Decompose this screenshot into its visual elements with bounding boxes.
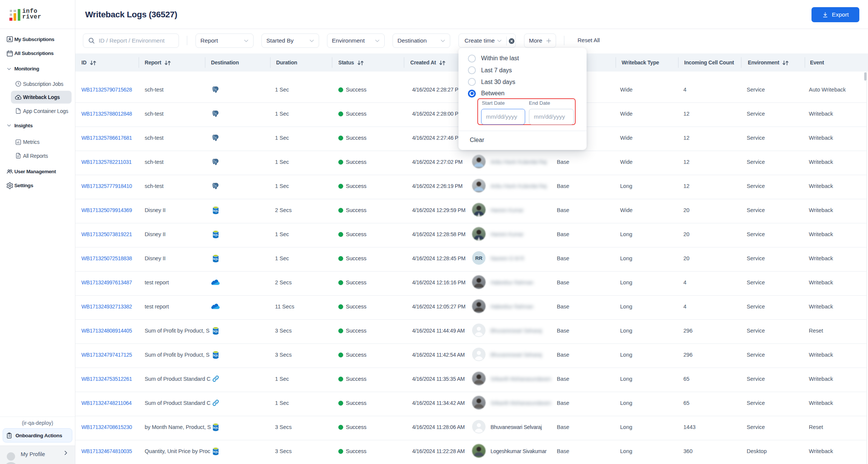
svg-text:SQL: SQL [213, 354, 219, 357]
svg-text:SQL: SQL [213, 233, 219, 236]
svg-text:SQL: SQL [213, 426, 219, 429]
svg-text:SQL: SQL [213, 450, 219, 453]
svg-text:SQL: SQL [213, 257, 219, 260]
svg-text:SQL: SQL [213, 330, 219, 333]
svg-text:SQL: SQL [213, 209, 219, 212]
svg-text:RR: RR [475, 255, 483, 261]
